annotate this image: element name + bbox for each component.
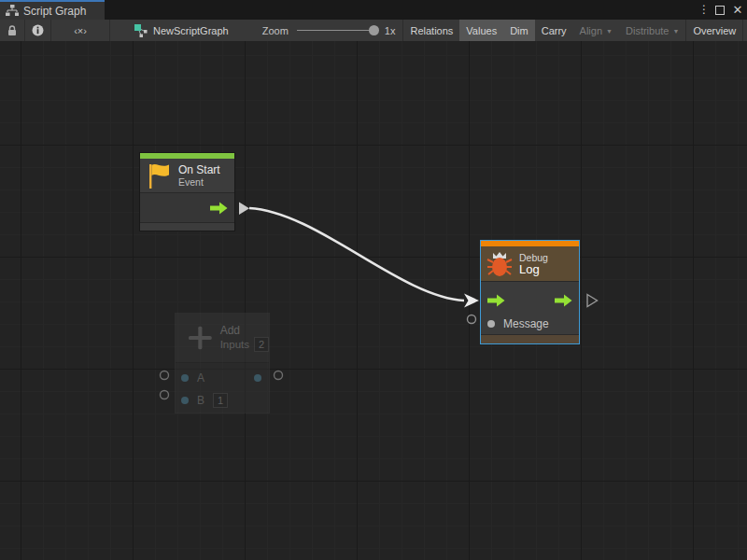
- chevron-down-icon: ▼: [606, 28, 613, 35]
- values-button[interactable]: Values: [459, 20, 503, 41]
- distribute-button[interactable]: Distribute ▼: [619, 20, 685, 41]
- toolbar-separator: [109, 20, 110, 41]
- node-title: Add: [220, 324, 269, 337]
- chevron-down-icon: ▼: [672, 28, 679, 35]
- lock-icon: [7, 24, 18, 36]
- graph-asset-icon: [134, 24, 148, 37]
- node-add[interactable]: Add Inputs 2 A B 1: [175, 313, 270, 413]
- inputs-count-field[interactable]: 2: [254, 337, 269, 352]
- value-port-a-dot[interactable]: [181, 374, 189, 382]
- tab-label: Script Graph: [23, 5, 86, 18]
- port-row-b[interactable]: B 1: [176, 390, 269, 411]
- close-icon[interactable]: ✕: [732, 0, 743, 20]
- align-button[interactable]: Align ▼: [573, 20, 619, 41]
- overview-button[interactable]: Overview: [686, 20, 742, 41]
- flow-port-row: [481, 287, 579, 314]
- flow-input-arrow-icon[interactable]: [487, 294, 505, 307]
- message-port-row[interactable]: Message: [481, 314, 579, 334]
- hierarchy-icon: [6, 5, 19, 17]
- window-controls: ⋮ ✕: [698, 0, 743, 20]
- flow-output-arrow-icon[interactable]: [555, 294, 572, 307]
- distribute-label: Distribute: [626, 25, 669, 36]
- info-icon: [32, 24, 44, 36]
- add-input-a-connector[interactable]: [161, 371, 169, 380]
- dim-label: Dim: [510, 25, 529, 36]
- lock-button[interactable]: [0, 20, 24, 41]
- values-label: Values: [466, 25, 497, 36]
- message-input-connector[interactable]: [468, 315, 476, 324]
- code-icon: ‹×›: [74, 25, 87, 36]
- flow-output-arrow-icon[interactable]: [210, 202, 228, 215]
- port-b-label: B: [197, 394, 204, 407]
- toolbar: ‹×› NewScriptGraph Zoom 1x Relations: [0, 20, 747, 41]
- on-start-header: On Start Event: [140, 159, 234, 192]
- debug-log-header: Debug Log: [481, 246, 579, 281]
- maximize-icon[interactable]: [715, 6, 725, 15]
- add-output-connector[interactable]: [275, 371, 283, 380]
- dim-button[interactable]: Dim: [503, 20, 535, 41]
- graph-asset[interactable]: NewScriptGraph: [134, 24, 229, 37]
- graph-canvas[interactable]: On Start Event: [0, 41, 747, 560]
- node-on-start[interactable]: On Start Event: [139, 152, 235, 231]
- zoom-value: 1x: [385, 25, 396, 36]
- debug-output-connector[interactable]: [587, 295, 598, 307]
- code-view-button[interactable]: ‹×›: [51, 20, 109, 41]
- wire-start-connector[interactable]: [239, 203, 249, 216]
- inputs-label: Inputs: [220, 339, 249, 350]
- on-start-footer: [140, 222, 234, 231]
- port-row-a[interactable]: A: [176, 366, 269, 390]
- zoom-control: Zoom 1x: [262, 25, 403, 36]
- align-label: Align: [580, 25, 602, 36]
- overview-label: Overview: [693, 25, 736, 36]
- on-start-ports: [140, 192, 234, 222]
- add-input-b-connector[interactable]: [161, 391, 169, 399]
- message-port-label: Message: [503, 317, 549, 330]
- flag-icon: [147, 162, 171, 189]
- node-subtitle: Event: [178, 176, 220, 188]
- plus-icon: [189, 324, 212, 352]
- message-port-dot[interactable]: [487, 320, 495, 328]
- tab-script-graph[interactable]: Script Graph: [0, 0, 105, 20]
- port-a-label: A: [197, 371, 204, 385]
- value-port-b-dot[interactable]: [181, 397, 189, 404]
- value-output-dot[interactable]: [254, 374, 261, 382]
- node-debug-log[interactable]: Debug Log Message: [480, 240, 580, 344]
- wire-end-arrowhead: [464, 294, 479, 308]
- connection-layer: [0, 41, 747, 560]
- add-ports: A B 1: [176, 362, 269, 411]
- carry-label: Carry: [542, 25, 567, 36]
- port-b-value-field[interactable]: 1: [213, 393, 228, 408]
- graph-asset-name: NewScriptGraph: [153, 25, 229, 36]
- script-graph-window: Script Graph ⋮ ✕ ‹×›: [0, 0, 747, 560]
- bug-icon: [486, 250, 513, 277]
- relations-label: Relations: [410, 25, 453, 36]
- node-title: Log: [519, 263, 548, 276]
- carry-button[interactable]: Carry: [535, 20, 573, 41]
- relations-button[interactable]: Relations: [403, 20, 459, 41]
- zoom-slider[interactable]: [297, 25, 379, 35]
- debug-log-ports: Message: [481, 281, 579, 334]
- info-button[interactable]: [25, 20, 50, 41]
- debug-log-footer: [481, 334, 579, 343]
- control-wire[interactable]: [249, 208, 464, 301]
- fullscreen-button[interactable]: Full Screen: [743, 20, 747, 41]
- titlebar: Script Graph ⋮ ✕: [0, 0, 747, 20]
- zoom-slider-handle[interactable]: [369, 25, 379, 35]
- zoom-label: Zoom: [262, 25, 289, 36]
- add-header: Add Inputs 2: [176, 314, 269, 362]
- window-menu-icon[interactable]: ⋮: [698, 0, 708, 20]
- node-title: On Start: [178, 163, 220, 176]
- node-category: Debug: [519, 252, 548, 263]
